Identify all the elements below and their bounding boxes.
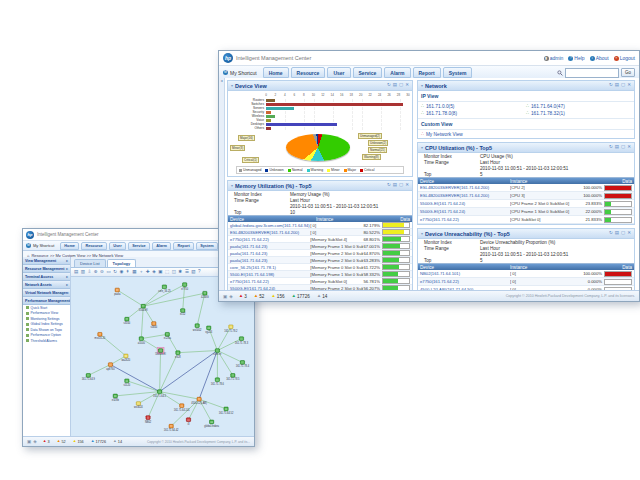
sidebar-section-view-management[interactable]: View Management▸ bbox=[23, 257, 70, 265]
refresh-icon[interactable]: ↻ bbox=[387, 183, 391, 188]
back-menu-tab-user[interactable]: User bbox=[109, 242, 126, 250]
menu-icon[interactable]: ▤ bbox=[615, 83, 619, 88]
sidebar-section-terminal-access[interactable]: Terminal Access▸ bbox=[23, 273, 70, 281]
fit-view-icon[interactable]: ▭ bbox=[106, 270, 110, 275]
device-link[interactable]: paola(161.71.64.23) bbox=[228, 244, 310, 249]
alarm-count-normal[interactable]: ▲17726 bbox=[91, 440, 106, 444]
ip-view-link[interactable]: ∴161.71.64.0(47) bbox=[526, 103, 631, 110]
search-icon[interactable]: ◉ bbox=[119, 270, 123, 275]
alarm-count-major[interactable]: ▲52 bbox=[57, 440, 66, 444]
zoom-in-icon[interactable]: ⊕ bbox=[94, 270, 98, 275]
alarm-count-normal[interactable]: ▲17726 bbox=[292, 294, 310, 299]
topology-node[interactable]: 161.71.64.101 bbox=[174, 404, 190, 412]
topology-node[interactable]: msr20-20 bbox=[95, 332, 106, 340]
device-link[interactable]: e7750(161.71.64.22) bbox=[418, 217, 510, 222]
column-header[interactable]: Device bbox=[418, 265, 510, 270]
logout-link[interactable]: × Logout bbox=[614, 55, 635, 61]
search-go-button[interactable]: Go bbox=[621, 68, 635, 77]
topology-node[interactable]: i3 bbox=[186, 418, 190, 426]
menu-tab-alarm[interactable]: Alarm bbox=[384, 67, 410, 78]
close-icon[interactable]: ✕ bbox=[627, 231, 631, 236]
topology-node[interactable]: 161.71.78.5 bbox=[226, 374, 240, 382]
device-link[interactable]: 5500G-EI(161.71.64.24) bbox=[418, 201, 510, 206]
device-link[interactable]: paola(161.71.64.23) bbox=[228, 258, 310, 263]
collapse-icon[interactable]: ▢ bbox=[399, 83, 403, 88]
device-link[interactable]: core_56.25(161.71.78.1) bbox=[228, 265, 310, 270]
back-menu-tab-service[interactable]: Service bbox=[128, 242, 151, 250]
alarm-sound-icon[interactable]: ◈ bbox=[229, 294, 232, 299]
column-header[interactable]: Device bbox=[418, 179, 510, 184]
alarm-browse-icon[interactable]: ▣ bbox=[223, 294, 227, 299]
column-header[interactable]: Instance bbox=[510, 265, 570, 270]
bar[interactable] bbox=[266, 111, 271, 114]
menu-icon[interactable]: ▤ bbox=[615, 145, 619, 150]
ip-view-link[interactable]: ∴161.71.0.0(5) bbox=[421, 103, 526, 110]
menu-tab-resource[interactable]: Resource bbox=[291, 67, 326, 78]
my-shortcut-button[interactable]: M My Shortcut bbox=[26, 243, 54, 248]
bar[interactable] bbox=[266, 115, 275, 118]
menu-tab-home[interactable]: Home bbox=[263, 67, 289, 78]
about-link[interactable]: i About bbox=[590, 55, 609, 61]
topology-node[interactable]: 161.71.64.1 bbox=[153, 390, 167, 398]
topology-node[interactable]: s5600 bbox=[150, 322, 157, 330]
refresh-icon[interactable]: ↻ bbox=[113, 270, 117, 275]
panel-caret-icon[interactable]: ▾ bbox=[231, 83, 233, 88]
legend-icon[interactable]: ☰ bbox=[185, 270, 189, 275]
alarm-count-major[interactable]: ▲52 bbox=[254, 294, 265, 299]
topology-node[interactable]: wx3024 bbox=[134, 402, 143, 410]
topology-node[interactable]: s5120 bbox=[123, 379, 130, 387]
refresh-icon[interactable]: ↻ bbox=[609, 231, 613, 236]
alarm-count-critical[interactable]: ▲3 bbox=[43, 440, 50, 444]
refresh-icon[interactable]: ↻ bbox=[387, 83, 391, 88]
sidebar-section-network-assets[interactable]: Network Assets▸ bbox=[23, 281, 70, 289]
lock-icon[interactable]: ⬚ bbox=[165, 270, 169, 275]
device-link[interactable]: ESL4B2003SERVER(161.71.64.200) bbox=[418, 185, 510, 190]
sidebar-section-virtual-network-manager[interactable]: Virtual Network Manager▸ bbox=[23, 289, 70, 297]
filter-icon[interactable]: ▧ bbox=[191, 270, 195, 275]
ip-view-link[interactable]: ∴161.71.78.32(1) bbox=[526, 110, 631, 117]
topology-node[interactable]: global-fedora bbox=[204, 420, 219, 428]
tab-device-list[interactable]: Device List bbox=[74, 259, 106, 267]
topology-node[interactable]: 161.71.78.6 bbox=[211, 378, 225, 386]
grid-icon[interactable]: ▦ bbox=[132, 270, 136, 275]
topology-node[interactable]: wa2620 bbox=[122, 354, 131, 362]
topology-node[interactable]: 161.71.64.52 bbox=[219, 407, 234, 415]
column-header[interactable]: Data bbox=[570, 265, 634, 270]
topology-node[interactable]: e328b bbox=[112, 394, 119, 402]
topology-node[interactable]: paola bbox=[114, 288, 121, 296]
back-menu-tab-system[interactable]: System bbox=[196, 242, 219, 250]
topology-node[interactable]: 161.71.64.42 bbox=[164, 424, 179, 432]
close-icon[interactable]: ✕ bbox=[627, 145, 631, 150]
collapse-icon[interactable]: ▢ bbox=[621, 231, 625, 236]
back-menu-tab-home[interactable]: Home bbox=[60, 242, 80, 250]
alarm-count-minor[interactable]: ▲156 bbox=[271, 294, 284, 299]
refresh-icon[interactable]: ↻ bbox=[609, 83, 613, 88]
add-link-icon[interactable]: ✚ bbox=[146, 270, 150, 275]
menu-tab-system[interactable]: System bbox=[443, 67, 473, 78]
bar[interactable] bbox=[266, 103, 403, 106]
menu-icon[interactable]: ▤ bbox=[615, 231, 619, 236]
device-link[interactable]: global-fedora.gov.3com.com(161.71.64.94) bbox=[228, 223, 310, 228]
settings-icon[interactable]: ✱ bbox=[178, 270, 182, 275]
alarm-count-critical[interactable]: ▲3 bbox=[239, 294, 247, 299]
close-icon[interactable]: ✕ bbox=[627, 83, 631, 88]
close-icon[interactable]: ✕ bbox=[405, 183, 409, 188]
topology-node[interactable]: e126a bbox=[164, 332, 171, 340]
bar[interactable] bbox=[266, 123, 337, 126]
topology-node[interactable]: ap8760 bbox=[106, 363, 115, 371]
device-link[interactable]: ESL4B2003SERVER(161.71.64.200) bbox=[228, 230, 310, 235]
panel-caret-icon[interactable]: ▾ bbox=[231, 183, 233, 188]
column-header[interactable]: Instance bbox=[510, 179, 570, 184]
menu-tab-user[interactable]: User bbox=[327, 67, 350, 78]
alarm-count-unknown[interactable]: ▲14 bbox=[113, 440, 122, 444]
bar[interactable] bbox=[266, 99, 275, 102]
tab-topology[interactable]: Topology bbox=[107, 259, 137, 267]
sidebar-item-threshold-alarms[interactable]: Threshold Alarms bbox=[23, 338, 70, 344]
topology-node[interactable]: 161.71.78.3 bbox=[235, 337, 249, 345]
topology-node[interactable]: 4500-L2(LAB) bbox=[191, 397, 207, 405]
topology-node[interactable]: 161.71.78.4 bbox=[236, 361, 250, 369]
print-icon[interactable]: ▥ bbox=[81, 270, 85, 275]
search-input[interactable] bbox=[565, 68, 619, 78]
export-icon[interactable]: ⇩ bbox=[88, 270, 92, 275]
panel-caret-icon[interactable]: ▾ bbox=[421, 83, 423, 88]
